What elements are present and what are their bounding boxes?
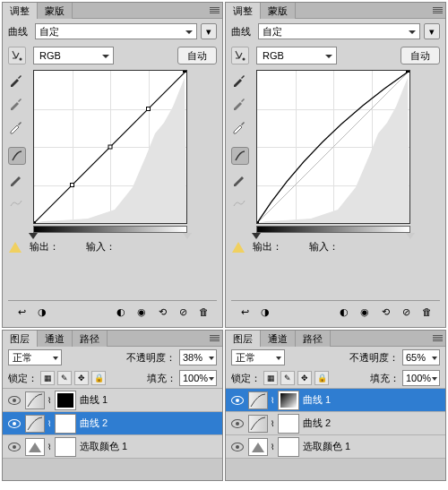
lock-transparency[interactable]: ▦ bbox=[40, 371, 55, 385]
channel-select[interactable]: RGB bbox=[33, 47, 114, 64]
layer-name[interactable]: 曲线 1 bbox=[78, 393, 219, 407]
clip-warning-icon[interactable] bbox=[8, 241, 22, 254]
fill-input[interactable]: 100% bbox=[402, 370, 440, 386]
svg-rect-3 bbox=[71, 184, 74, 187]
eyedropper-black-icon[interactable] bbox=[8, 72, 24, 88]
black-point-slider[interactable] bbox=[252, 233, 261, 239]
curve-draw-tool[interactable] bbox=[8, 172, 24, 188]
view-toggle-icon[interactable]: ◑ bbox=[257, 305, 273, 319]
channel-select[interactable]: RGB bbox=[256, 47, 337, 64]
lock-position[interactable]: ✥ bbox=[297, 371, 312, 385]
mask-thumb[interactable] bbox=[279, 415, 298, 433]
tab-adjustments[interactable]: 调整 bbox=[3, 3, 38, 19]
curve-point-tool[interactable] bbox=[8, 147, 26, 165]
eyedropper-gray-icon[interactable] bbox=[8, 95, 24, 111]
prev-state-icon[interactable]: ⟲ bbox=[154, 305, 170, 319]
trash-icon[interactable]: 🗑 bbox=[418, 305, 435, 319]
clip-to-layer-icon[interactable]: ◐ bbox=[113, 305, 129, 319]
tab-paths[interactable]: 路径 bbox=[296, 331, 331, 347]
reset-icon[interactable]: ⊘ bbox=[398, 305, 414, 319]
tab-masks[interactable]: 蒙版 bbox=[38, 3, 73, 19]
tab-adjustments[interactable]: 调整 bbox=[226, 3, 261, 19]
black-point-slider[interactable] bbox=[29, 233, 38, 239]
lock-all[interactable]: 🔒 bbox=[91, 371, 106, 385]
panel-menu-icon[interactable] bbox=[429, 331, 445, 346]
tab-layers[interactable]: 图层 bbox=[226, 331, 261, 347]
eyedropper-black-icon[interactable] bbox=[231, 72, 247, 88]
preset-select[interactable]: 自定 bbox=[35, 23, 197, 39]
layer-name[interactable]: 曲线 2 bbox=[301, 417, 442, 430]
panel-menu-icon[interactable] bbox=[206, 331, 222, 346]
visibility-icon[interactable]: ◉ bbox=[134, 305, 150, 319]
auto-button[interactable]: 自动 bbox=[177, 47, 217, 64]
visibility-toggle[interactable] bbox=[6, 439, 22, 455]
visibility-toggle[interactable] bbox=[6, 416, 22, 432]
layer-row-curves2[interactable]: ⌇ 曲线 2 bbox=[3, 412, 222, 435]
lock-pixels[interactable]: ✎ bbox=[280, 371, 295, 385]
lock-position[interactable]: ✥ bbox=[74, 371, 89, 385]
white-point-slider[interactable] bbox=[183, 233, 192, 239]
opacity-input[interactable]: 65% bbox=[402, 349, 440, 365]
curve-graph[interactable] bbox=[256, 70, 410, 224]
white-point-slider[interactable] bbox=[406, 233, 415, 239]
svg-rect-4 bbox=[108, 145, 112, 149]
preset-select[interactable]: 自定 bbox=[258, 23, 420, 39]
layer-name[interactable]: 选取颜色 1 bbox=[301, 440, 442, 453]
auto-button[interactable]: 自动 bbox=[401, 47, 440, 64]
layer-row-selcolor[interactable]: ⌇ 选取颜色 1 bbox=[3, 435, 222, 459]
mask-thumb[interactable] bbox=[56, 438, 75, 456]
trash-icon[interactable]: 🗑 bbox=[195, 305, 211, 319]
opacity-input[interactable]: 38% bbox=[179, 349, 217, 365]
layer-name[interactable]: 曲线 2 bbox=[78, 417, 219, 430]
visibility-toggle[interactable] bbox=[229, 416, 246, 432]
tab-channels[interactable]: 通道 bbox=[261, 331, 296, 347]
lock-all[interactable]: 🔒 bbox=[314, 371, 329, 385]
adjustments-panel-right: 调整 蒙版 曲线 自定 ▾ RGB 自动 bbox=[225, 2, 446, 328]
visibility-toggle[interactable] bbox=[229, 392, 246, 408]
preset-menu-button[interactable]: ▾ bbox=[424, 23, 440, 39]
eyedropper-gray-icon[interactable] bbox=[231, 95, 247, 111]
curve-graph[interactable] bbox=[33, 70, 187, 224]
reset-icon[interactable]: ⊘ bbox=[175, 305, 191, 319]
targeted-adjust-tool[interactable] bbox=[231, 47, 249, 64]
clip-to-layer-icon[interactable]: ◐ bbox=[336, 305, 352, 319]
visibility-toggle[interactable] bbox=[6, 392, 22, 408]
layer-row-selcolor[interactable]: ⌇ 选取颜色 1 bbox=[226, 435, 445, 459]
panel-menu-icon[interactable] bbox=[429, 3, 445, 18]
smooth-tool[interactable] bbox=[231, 195, 247, 211]
curve-draw-tool[interactable] bbox=[231, 172, 247, 188]
eyedropper-white-icon[interactable] bbox=[8, 118, 24, 134]
tab-paths[interactable]: 路径 bbox=[73, 331, 108, 347]
fill-input[interactable]: 100% bbox=[179, 370, 217, 386]
prev-state-icon[interactable]: ⟲ bbox=[377, 305, 393, 319]
tab-masks[interactable]: 蒙版 bbox=[261, 3, 296, 19]
return-icon[interactable]: ↩ bbox=[13, 305, 30, 319]
targeted-adjust-tool[interactable] bbox=[8, 47, 26, 64]
mask-thumb[interactable] bbox=[56, 391, 75, 409]
lock-pixels[interactable]: ✎ bbox=[57, 371, 72, 385]
view-toggle-icon[interactable]: ◑ bbox=[34, 305, 50, 319]
blend-mode-select[interactable]: 正常 bbox=[8, 349, 62, 365]
mask-thumb[interactable] bbox=[56, 415, 75, 433]
blend-mode-select[interactable]: 正常 bbox=[231, 349, 285, 365]
tab-channels[interactable]: 通道 bbox=[38, 331, 73, 347]
curve-point-tool[interactable] bbox=[231, 147, 249, 165]
tab-layers[interactable]: 图层 bbox=[3, 331, 38, 347]
lock-transparency[interactable]: ▦ bbox=[263, 371, 278, 385]
layer-name[interactable]: 曲线 1 bbox=[301, 393, 442, 407]
curve-line[interactable] bbox=[34, 71, 186, 223]
preset-menu-button[interactable]: ▾ bbox=[201, 23, 217, 39]
layer-row-curves2[interactable]: ⌇ 曲线 2 bbox=[226, 412, 445, 435]
smooth-tool[interactable] bbox=[8, 195, 24, 211]
eyedropper-white-icon[interactable] bbox=[231, 118, 247, 134]
panel-menu-icon[interactable] bbox=[206, 3, 222, 18]
mask-thumb[interactable] bbox=[279, 438, 298, 456]
layer-row-curves1[interactable]: ⌇ 曲线 1 bbox=[3, 389, 222, 412]
layer-name[interactable]: 选取颜色 1 bbox=[78, 440, 219, 453]
clip-warning-icon[interactable] bbox=[231, 241, 246, 254]
visibility-toggle[interactable] bbox=[229, 439, 246, 455]
return-icon[interactable]: ↩ bbox=[237, 305, 253, 319]
mask-thumb[interactable] bbox=[279, 391, 298, 409]
layer-row-curves1[interactable]: ⌇ 曲线 1 bbox=[226, 389, 445, 412]
visibility-icon[interactable]: ◉ bbox=[357, 305, 373, 319]
